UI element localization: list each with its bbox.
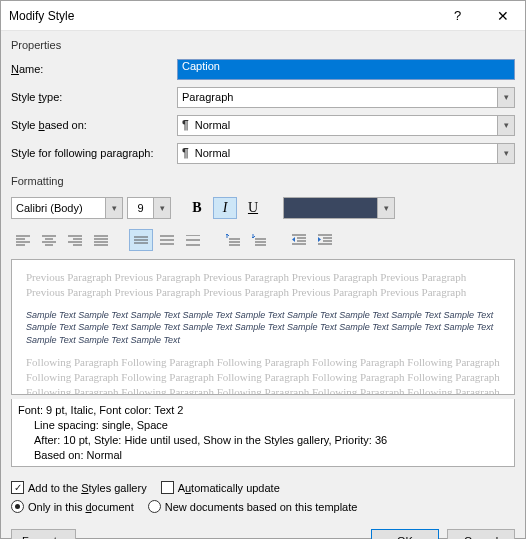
increase-indent-button[interactable]	[313, 229, 337, 251]
radio-icon	[148, 500, 161, 513]
style-type-label: Style type:	[11, 91, 169, 103]
paragraph-toolbar	[11, 229, 515, 251]
pilcrow-icon: ¶	[182, 118, 189, 132]
align-center-button[interactable]	[37, 229, 61, 251]
properties-header: Properties	[11, 39, 515, 51]
cancel-button[interactable]: Cancel	[447, 529, 515, 539]
line-spacing-2-button[interactable]	[181, 229, 205, 251]
based-on-dropdown-button[interactable]: ▾	[497, 115, 515, 136]
font-color-swatch[interactable]	[283, 197, 377, 219]
font-family-select[interactable]: Calibri (Body)	[11, 197, 105, 219]
modify-style-dialog: Modify Style ? ✕ Properties Name: Captio…	[0, 0, 526, 539]
radio-icon	[11, 500, 24, 513]
align-left-button[interactable]	[11, 229, 35, 251]
pilcrow-icon: ¶	[182, 146, 189, 160]
align-right-button[interactable]	[63, 229, 87, 251]
font-color-dropdown-button[interactable]: ▾	[377, 197, 395, 219]
chevron-down-icon: ▾	[160, 203, 165, 213]
space-before-decrease-button[interactable]	[247, 229, 271, 251]
chevron-down-icon: ▾	[504, 148, 509, 158]
space-before-increase-button[interactable]	[221, 229, 245, 251]
help-button[interactable]: ?	[435, 1, 480, 31]
following-dropdown-button[interactable]: ▾	[497, 143, 515, 164]
preview-sample: Sample Text Sample Text Sample Text Samp…	[26, 309, 500, 347]
following-label: Style for following paragraph:	[11, 147, 169, 159]
preview-pane: Previous Paragraph Previous Paragraph Pr…	[11, 259, 515, 395]
new-documents-radio[interactable]: New documents based on this template	[148, 500, 358, 513]
ok-button[interactable]: OK	[371, 529, 439, 539]
formatting-header: Formatting	[11, 175, 515, 187]
line-spacing-1-5-button[interactable]	[155, 229, 179, 251]
font-size-dropdown-button[interactable]: ▾	[153, 197, 171, 219]
close-button[interactable]: ✕	[480, 1, 525, 31]
align-justify-button[interactable]	[89, 229, 113, 251]
line-spacing-1-button[interactable]	[129, 229, 153, 251]
format-button[interactable]: Format▾	[11, 529, 76, 539]
style-description: Font: 9 pt, Italic, Font color: Text 2 L…	[11, 399, 515, 467]
preview-following: Following Paragraph Following Paragraph …	[26, 355, 500, 395]
chevron-down-icon: ▾	[504, 120, 509, 130]
chevron-down-icon: ▾	[504, 92, 509, 102]
window-title: Modify Style	[9, 9, 435, 23]
font-family-dropdown-button[interactable]: ▾	[105, 197, 123, 219]
based-on-select[interactable]: ¶Normal	[177, 115, 497, 136]
italic-button[interactable]: I	[213, 197, 237, 219]
font-size-select[interactable]: 9	[127, 197, 153, 219]
chevron-down-icon: ▾	[384, 203, 389, 213]
decrease-indent-button[interactable]	[287, 229, 311, 251]
add-to-gallery-checkbox[interactable]: ✓ Add to the Styles gallery	[11, 481, 147, 494]
preview-previous: Previous Paragraph Previous Paragraph Pr…	[26, 270, 500, 301]
following-select[interactable]: ¶Normal	[177, 143, 497, 164]
style-type-select[interactable]: Paragraph	[177, 87, 497, 108]
name-label: Name:	[11, 63, 169, 75]
underline-button[interactable]: U	[241, 197, 265, 219]
bold-button[interactable]: B	[185, 197, 209, 219]
checkbox-icon: ✓	[11, 481, 24, 494]
based-on-label: Style based on:	[11, 119, 169, 131]
checkbox-icon	[161, 481, 174, 494]
auto-update-checkbox[interactable]: Automatically update	[161, 481, 280, 494]
only-this-document-radio[interactable]: Only in this document	[11, 500, 134, 513]
chevron-down-icon: ▾	[112, 203, 117, 213]
style-type-dropdown-button[interactable]: ▾	[497, 87, 515, 108]
name-input[interactable]: Caption	[177, 59, 515, 80]
titlebar: Modify Style ? ✕	[1, 1, 525, 31]
